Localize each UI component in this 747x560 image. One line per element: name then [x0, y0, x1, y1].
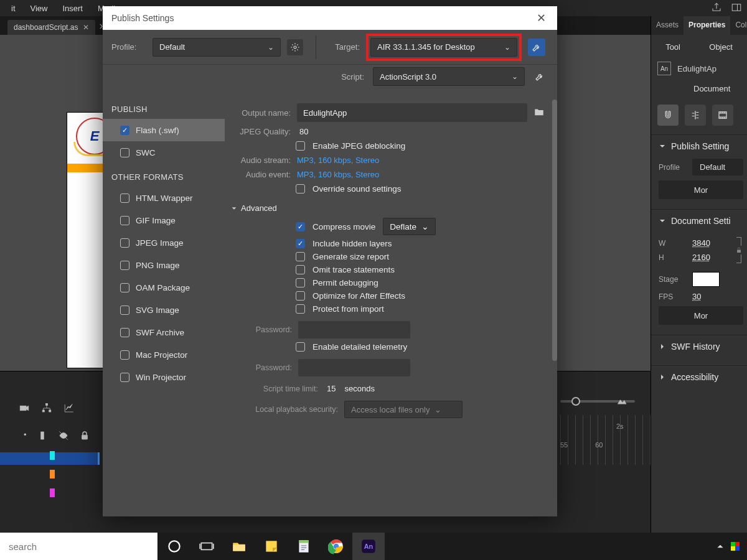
timeline-fit-icon[interactable]: [616, 396, 630, 407]
tab-properties[interactable]: Properties: [684, 16, 730, 35]
section-document-settings[interactable]: Document Setti: [659, 216, 743, 226]
format-svg[interactable]: SVG Image: [103, 299, 225, 321]
local-playback-select[interactable]: Access local files only⌄: [344, 401, 463, 418]
panels-icon[interactable]: [731, 2, 742, 15]
close-icon[interactable]: ✕: [83, 23, 89, 32]
checkbox-icon[interactable]: [296, 141, 305, 151]
section-accessibility[interactable]: Accessibility: [659, 372, 743, 382]
menu-item[interactable]: it: [5, 2, 22, 15]
profile-options-button[interactable]: [287, 39, 303, 55]
section-publish-settings[interactable]: Publish Setting: [659, 141, 743, 151]
jpeg-quality-value[interactable]: 80: [299, 127, 308, 136]
timeline-keyframe[interactable]: [50, 451, 55, 460]
format-swc[interactable]: SWC: [103, 141, 225, 164]
checkbox-icon[interactable]: [120, 194, 129, 203]
checkbox-icon[interactable]: [120, 148, 129, 157]
hide-icon[interactable]: [58, 430, 69, 443]
checkbox-icon[interactable]: [120, 328, 129, 337]
timeline-keyframe[interactable]: [50, 488, 55, 497]
format-png[interactable]: PNG Image: [103, 254, 225, 276]
align-icon[interactable]: [685, 105, 706, 126]
output-name-input[interactable]: EdulightApp: [297, 103, 527, 122]
task-view-icon[interactable]: [190, 533, 223, 560]
checkbox-icon[interactable]: [296, 252, 305, 261]
slider-thumb[interactable]: [571, 397, 580, 406]
checkbox-on-icon[interactable]: [120, 126, 129, 135]
checkbox-icon[interactable]: [120, 283, 129, 292]
system-tray[interactable]: [716, 542, 747, 551]
password-input[interactable]: [298, 321, 410, 338]
target-settings-button[interactable]: [528, 39, 545, 56]
menu-item[interactable]: Insert: [56, 2, 89, 15]
checkbox-icon[interactable]: [120, 306, 129, 315]
marker-icon[interactable]: •: [24, 430, 27, 443]
audio-event-link[interactable]: MP3, 160 kbps, Stereo: [297, 170, 379, 179]
document-tab[interactable]: dashboardScript.as ✕: [7, 20, 95, 35]
audio-stream-link[interactable]: MP3, 160 kbps, Stereo: [297, 156, 379, 165]
menu-item[interactable]: View: [24, 2, 54, 15]
file-explorer-icon[interactable]: [223, 533, 255, 560]
format-win-projector[interactable]: Win Projector: [103, 366, 225, 388]
checkbox-on-icon[interactable]: [296, 239, 305, 248]
notepad-icon[interactable]: [288, 533, 320, 560]
more-settings-button[interactable]: Mor: [659, 306, 743, 325]
checkbox-icon[interactable]: [120, 238, 129, 248]
checkbox-icon[interactable]: [120, 350, 129, 360]
checkbox-on-icon[interactable]: [296, 222, 305, 231]
script-select[interactable]: ActionScript 3.0 ⌄: [373, 67, 525, 86]
format-html[interactable]: HTML Wrapper: [103, 187, 225, 209]
tab-color[interactable]: Col: [730, 16, 747, 35]
chrome-icon[interactable]: [320, 533, 352, 560]
graph-icon[interactable]: [63, 403, 75, 416]
stage-color-swatch[interactable]: [692, 272, 720, 287]
format-mac-projector[interactable]: Mac Projector: [103, 343, 225, 366]
format-gif[interactable]: GIF Image: [103, 209, 225, 231]
height-value[interactable]: 2160: [692, 253, 710, 262]
magnet-icon[interactable]: [657, 105, 679, 126]
checkbox-icon[interactable]: [120, 261, 129, 270]
sticky-notes-icon[interactable]: [255, 533, 288, 560]
animate-icon[interactable]: An: [352, 533, 385, 560]
telemetry-password-input[interactable]: [298, 359, 410, 376]
camera-icon[interactable]: [19, 403, 30, 416]
tray-chevron-up-icon[interactable]: [716, 542, 725, 551]
target-select[interactable]: AIR 33.1.1.345 for Desktop ⌄: [370, 38, 517, 57]
checkbox-icon[interactable]: [296, 304, 305, 314]
format-jpeg[interactable]: JPEG Image: [103, 231, 225, 254]
checkbox-icon[interactable]: [296, 278, 305, 287]
more-settings-button[interactable]: Mor: [659, 180, 743, 199]
tray-security-icon[interactable]: [731, 542, 740, 551]
cortana-icon[interactable]: [158, 533, 190, 560]
subtab-object[interactable]: Object: [709, 42, 733, 52]
section-swf-history[interactable]: SWF History: [659, 342, 743, 352]
profile-select[interactable]: Default ⌄: [153, 38, 281, 57]
checkbox-icon[interactable]: [296, 291, 305, 301]
timeline-keyframe[interactable]: [50, 470, 55, 478]
profile-select[interactable]: Default: [692, 159, 743, 175]
film-icon[interactable]: [712, 105, 733, 126]
taskbar-search[interactable]: search: [0, 533, 158, 560]
scrollbar[interactable]: [552, 92, 557, 510]
tab-assets[interactable]: Assets: [651, 16, 684, 35]
width-value[interactable]: 3840: [692, 238, 710, 248]
checkbox-icon[interactable]: [120, 216, 129, 225]
fps-value[interactable]: 30: [692, 292, 701, 301]
scrollbar-thumb[interactable]: [552, 100, 557, 361]
script-time-limit-value[interactable]: 15: [327, 384, 336, 393]
checkbox-icon[interactable]: [120, 373, 129, 382]
advanced-toggle[interactable]: Advanced: [231, 203, 545, 213]
checkbox-icon[interactable]: [296, 184, 305, 194]
checkbox-icon[interactable]: [296, 342, 305, 352]
format-swf-archive[interactable]: SWF Archive: [103, 321, 225, 343]
subtab-tool[interactable]: Tool: [665, 42, 680, 52]
link-dimensions-icon[interactable]: [735, 237, 743, 263]
format-flash[interactable]: Flash (.swf): [103, 119, 225, 141]
frame-icon[interactable]: [37, 430, 48, 443]
compress-mode-select[interactable]: Deflate⌄: [383, 218, 436, 235]
browse-folder-icon[interactable]: [533, 106, 545, 119]
close-icon[interactable]: ✕: [534, 9, 548, 27]
share-icon[interactable]: [711, 2, 722, 15]
lock-icon[interactable]: [79, 430, 90, 443]
script-settings-button[interactable]: [531, 68, 548, 85]
format-oam[interactable]: OAM Package: [103, 276, 225, 299]
